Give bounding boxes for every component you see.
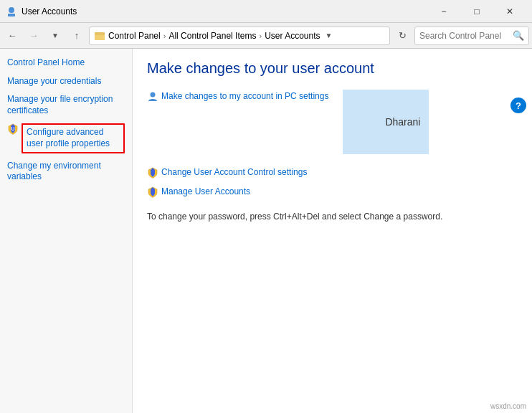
window-title: User Accounts xyxy=(22,6,427,16)
recent-pages-button[interactable]: ▼ xyxy=(46,27,65,45)
breadcrumb-control-panel[interactable]: Control Panel xyxy=(108,31,161,41)
svg-rect-1 xyxy=(8,14,15,16)
help-button[interactable]: ? xyxy=(510,98,526,113)
sidebar-item-manage-credentials[interactable]: Manage your credentials xyxy=(7,76,125,87)
shield-manage-icon xyxy=(147,186,158,200)
close-button[interactable]: ✕ xyxy=(493,0,526,23)
title-bar: User Accounts − □ ✕ xyxy=(0,0,532,23)
search-box: 🔍 xyxy=(414,27,529,45)
password-note: To change your password, press Ctrl+Alt+… xyxy=(147,212,518,222)
search-icon[interactable]: 🔍 xyxy=(513,30,524,41)
sidebar-item-home[interactable]: Control Panel Home xyxy=(7,57,125,69)
svg-point-5 xyxy=(151,92,156,98)
address-path: Control Panel › All Control Panel Items … xyxy=(89,27,390,45)
uac-link-wrapper: Change User Account Control settings xyxy=(147,167,518,181)
main-container: Control Panel Home Manage your credentia… xyxy=(0,49,532,413)
breadcrumb-sep-1: › xyxy=(163,32,166,40)
svg-rect-3 xyxy=(95,34,105,40)
user-info-section: Make changes to my account in PC setting… xyxy=(147,90,518,154)
window-icon xyxy=(6,6,17,17)
breadcrumb-sep-2: › xyxy=(259,32,262,40)
content-area: Make changes to your user account Make c… xyxy=(133,49,532,233)
shield-icon: U xyxy=(7,123,19,137)
user-avatar-area: Dharani xyxy=(343,90,429,154)
search-input[interactable] xyxy=(419,31,510,41)
content-title: Make changes to your user account xyxy=(147,60,518,77)
path-icon xyxy=(94,30,105,42)
forward-button[interactable]: → xyxy=(24,27,43,45)
uac-link[interactable]: Change User Account Control settings xyxy=(147,167,518,181)
user-icon xyxy=(147,91,158,105)
uac-link-text: Change User Account Control settings xyxy=(161,167,307,179)
sidebar-item-configure-advanced-wrapper: U Configure advanced user profile proper… xyxy=(7,123,125,153)
up-button[interactable]: ↑ xyxy=(67,27,86,45)
breadcrumb-user-accounts[interactable]: User Accounts xyxy=(265,31,320,41)
maximize-button[interactable]: □ xyxy=(460,0,493,23)
minimize-button[interactable]: − xyxy=(427,0,460,23)
sidebar-item-manage-encryption[interactable]: Manage your file encryption certificates xyxy=(7,94,125,116)
svg-text:U: U xyxy=(11,126,14,131)
watermark: wsxdn.com xyxy=(490,402,526,410)
make-changes-text: Make changes to my account in PC setting… xyxy=(161,91,328,103)
manage-accounts-text: Manage User Accounts xyxy=(161,186,250,198)
breadcrumb-dropdown-button[interactable]: ▼ xyxy=(323,30,335,42)
address-bar: ← → ▼ ↑ Control Panel › All Control Pane… xyxy=(0,23,532,49)
manage-accounts-link[interactable]: Manage User Accounts xyxy=(147,186,518,200)
make-changes-link[interactable]: Make changes to my account in PC setting… xyxy=(147,91,328,105)
shield-uac-icon xyxy=(147,167,158,181)
svg-point-0 xyxy=(9,7,14,13)
manage-accounts-link-wrapper: Manage User Accounts xyxy=(147,186,518,200)
sidebar-item-configure-advanced[interactable]: Configure advanced user profile properti… xyxy=(22,123,125,153)
content-wrapper: Make changes to your user account Make c… xyxy=(133,49,532,413)
user-name: Dharani xyxy=(385,116,420,128)
breadcrumb-all-items[interactable]: All Control Panel Items xyxy=(168,31,256,41)
sidebar-item-change-environment[interactable]: Change my environment variables xyxy=(7,161,125,183)
window-controls: − □ ✕ xyxy=(427,0,526,23)
sidebar: Control Panel Home Manage your credentia… xyxy=(0,49,133,413)
refresh-button[interactable]: ↻ xyxy=(393,27,412,45)
back-button[interactable]: ← xyxy=(3,27,22,45)
user-links: Make changes to my account in PC setting… xyxy=(147,90,328,110)
